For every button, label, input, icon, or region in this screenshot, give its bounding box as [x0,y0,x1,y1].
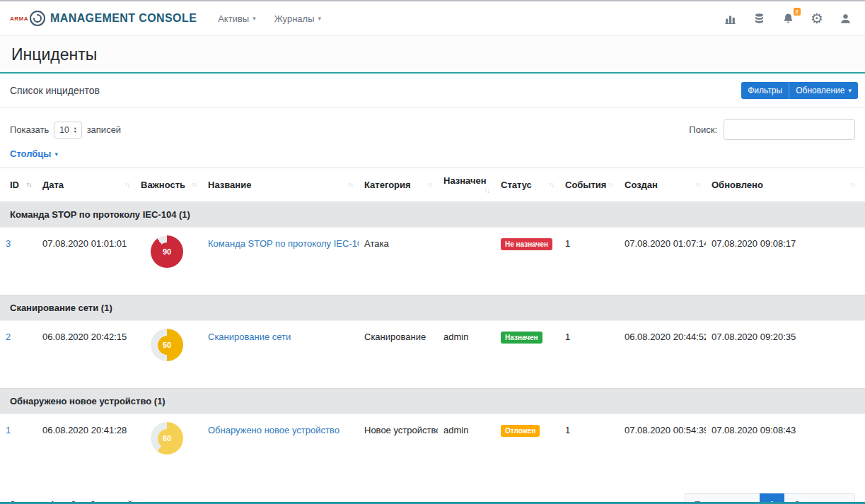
columns-control-row: Столбцы ▾ [0,144,865,168]
group-header-row: Обнаружено новое устройство (1) [0,389,865,414]
sort-icon: ↑↓ [26,181,31,188]
status-badge: Не назначен [501,238,552,250]
column-header-status[interactable]: Статус↑↓ [495,168,559,202]
table-header: ID↑↓ Дата↑↓ Важность↑↓ Название↑↓ Катего… [0,168,865,202]
status-badge: Отложен [501,425,540,437]
column-header-created[interactable]: Создан↑↓ [619,168,706,202]
severity-donut: 60 [151,422,183,455]
sort-icon: ↑↓ [608,181,613,188]
column-header-updated[interactable]: Обновлено↑↓ [706,168,865,202]
column-header-severity[interactable]: Важность↑↓ [135,168,202,202]
sort-icon: ↑↓ [348,181,353,188]
menu-assets-label: Активы [218,13,249,24]
status-badge: Назначен [501,332,542,344]
severity-donut: 50 [151,329,183,361]
group-header-row: Сканирование сети (1) [0,295,865,321]
column-header-name[interactable]: Название↑↓ [202,168,359,202]
management-console-page: ARMA MANAGEMENT CONSOLE Активы ▾ Журналы… [0,0,865,504]
page-title-bar: Инциденты [0,35,865,74]
brand-title: MANAGEMENT CONSOLE [50,12,197,25]
database-icon[interactable] [753,12,766,25]
cell-date: 06.08.2020 20:42:15 [37,321,135,389]
cell-assignee [438,228,495,295]
cell-status: Назначен [495,321,559,389]
page-title: Инциденты [11,45,854,64]
menu-assets[interactable]: Активы ▾ [218,13,256,24]
settings-gear-icon[interactable]: ⚙ [811,11,823,25]
pagination-page-1[interactable]: 1 [760,493,784,504]
sort-icon: ↑↓ [124,181,129,188]
cell-name: Сканирование сети [202,321,359,389]
cell-status: Отложен [495,414,559,482]
chevron-down-icon: ▾ [54,151,58,158]
cell-updated: 07.08.2020 09:08:17 [706,228,865,295]
pagination-next-button[interactable]: Следующая [784,493,855,504]
incident-id-link[interactable]: 2 [6,332,11,342]
cell-events: 1 [559,321,619,389]
notifications-bell-icon[interactable]: 2 [782,12,795,25]
incident-id-link[interactable]: 1 [6,425,11,435]
group-label: Команда STOP по протоколу IEC-104 (1) [0,202,865,228]
arma-swirl-icon [29,10,46,27]
page-size-select[interactable]: 10 ▴▾ [54,122,81,139]
top-navbar: ARMA MANAGEMENT CONSOLE Активы ▾ Журналы… [0,1,865,35]
group-header-row: Команда STOP по протоколу IEC-104 (1) [0,202,865,228]
search-label: Поиск: [689,124,717,135]
cell-category: Атака [359,228,438,295]
incident-name-link[interactable]: Обнаружено новое устройство [208,425,339,435]
incident-name-link[interactable]: Команда STOP по протоколу IEC-104 [208,238,359,249]
severity-value: 90 [158,242,177,262]
cell-updated: 07.08.2020 09:08:43 [706,414,865,482]
group-label: Обнаружено новое устройство (1) [0,389,865,414]
show-label: Показать [10,124,49,135]
columns-button-label: Столбцы [10,148,51,159]
severity-value: 60 [158,429,177,448]
page-size-control: Показать 10 ▴▾ записей [10,122,121,139]
search-input[interactable] [724,119,855,140]
incident-row: 2 06.08.2020 20:42:15 50 Сканирование се… [0,321,865,389]
column-header-events[interactable]: События↑↓ [559,168,619,202]
table-controls: Показать 10 ▴▾ записей Поиск: [0,108,865,144]
sort-icon: ↑↓ [427,181,432,188]
chevron-down-icon: ▾ [848,87,852,94]
user-profile-icon[interactable] [839,12,852,25]
cell-id: 2 [0,321,37,389]
filters-button-label: Фильтры [748,86,782,95]
refresh-dropdown-button[interactable]: Обновление ▾ [789,82,858,99]
pagination-prev-button[interactable]: Предыдущая [685,493,761,504]
panel-header: Список инцидентов Фильтры Обновление ▾ [0,74,865,108]
incident-id-link[interactable]: 3 [6,238,11,249]
severity-value: 50 [158,336,177,355]
column-header-date[interactable]: Дата↑↓ [37,168,135,202]
filters-button[interactable]: Фильтры [741,82,789,99]
navbar-icons: 2 ⚙ [724,11,852,25]
chevron-down-icon: ▾ [252,15,256,22]
cell-category: Сканирование [359,321,438,389]
chart-icon[interactable] [724,12,737,25]
cell-id: 1 [0,414,37,482]
sort-icon: ↑↓ [695,181,700,188]
cell-category: Новое устройство [359,414,438,482]
cell-severity: 60 [135,414,202,482]
gear-glyph: ⚙ [811,11,823,25]
cell-assignee: admin [438,321,495,389]
columns-dropdown-button[interactable]: Столбцы ▾ [10,148,58,159]
cell-created: 07.08.2020 01:07:14 [619,228,706,295]
cell-created: 07.08.2020 00:54:39 [619,414,706,482]
entries-label: записей [87,124,121,135]
refresh-button-label: Обновление [796,86,844,95]
menu-logs[interactable]: Журналы ▾ [274,13,321,24]
incidents-table: ID↑↓ Дата↑↓ Важность↑↓ Название↑↓ Катего… [0,168,865,482]
incident-name-link[interactable]: Сканирование сети [208,332,291,342]
sort-icon: ↑↓ [484,187,489,194]
cell-assignee: admin [438,414,495,482]
cell-updated: 07.08.2020 09:20:35 [706,321,865,389]
cell-date: 06.08.2020 20:41:28 [37,414,135,482]
column-header-category[interactable]: Категория↑↓ [359,168,438,202]
column-header-assignee[interactable]: Назначен↑↓ [438,168,495,202]
severity-donut: 90 [151,235,183,268]
brand-logo[interactable]: ARMA MANAGEMENT CONSOLE [10,10,197,27]
records-info: Записи с 1 до 3 из 3 записей [10,499,132,504]
panel-actions: Фильтры Обновление ▾ [741,82,858,99]
column-header-id[interactable]: ID↑↓ [0,168,37,202]
